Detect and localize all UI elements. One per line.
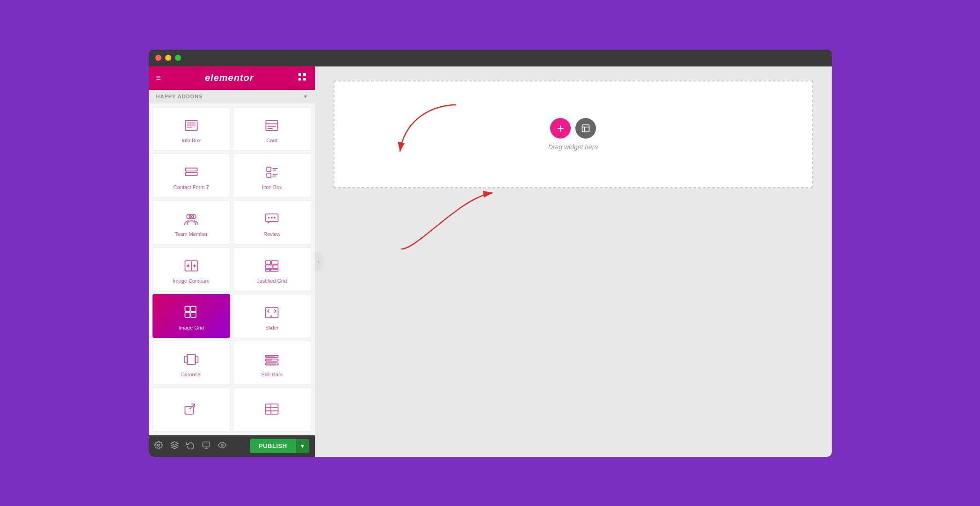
svg-rect-3 — [303, 78, 306, 81]
widget-label-team-member: Team Member — [175, 231, 208, 237]
publish-button[interactable]: PUBLISH — [250, 439, 296, 453]
svg-rect-38 — [191, 306, 196, 311]
svg-rect-40 — [191, 312, 196, 317]
svg-rect-37 — [185, 306, 190, 311]
publish-button-group: PUBLISH ▼ — [250, 439, 309, 453]
widget-contact-form[interactable]: Contact Form 7 — [152, 154, 231, 198]
svg-rect-35 — [266, 269, 270, 271]
layers-icon[interactable] — [170, 441, 179, 451]
happy-addons-chevron[interactable]: ▾ — [304, 94, 307, 100]
close-dot[interactable] — [155, 55, 161, 61]
svg-point-58 — [157, 444, 160, 446]
widget-label-info-box: Info Box — [182, 138, 201, 143]
widget-skill-bars[interactable]: Skill Bars — [233, 341, 311, 385]
svg-rect-17 — [267, 173, 271, 177]
widget-carousel[interactable]: Carousel — [152, 341, 231, 385]
widget-14[interactable] — [233, 388, 311, 432]
maximize-dot[interactable] — [175, 55, 181, 61]
svg-rect-1 — [303, 73, 306, 76]
widget-slider[interactable]: Slider — [233, 294, 311, 338]
widget-label-image-compare: Image Compare — [173, 278, 210, 284]
widget-label-slider: Slider — [265, 325, 278, 330]
widget-13[interactable] — [152, 388, 231, 432]
widget-label-image-grid: Image Grid — [179, 325, 204, 330]
svg-rect-54 — [266, 404, 278, 414]
svg-point-26 — [274, 217, 276, 219]
widget-label-card: Card — [266, 138, 277, 143]
svg-rect-8 — [266, 121, 278, 131]
svg-rect-64 — [582, 125, 589, 132]
svg-rect-2 — [298, 78, 301, 81]
settings-icon[interactable] — [154, 441, 163, 451]
widget-justified-grid[interactable]: Justified Grid — [233, 247, 311, 291]
widget-image-grid[interactable]: Image Grid — [152, 294, 231, 338]
widget-label-review: Review — [263, 231, 280, 237]
widget-icon-box[interactable]: Icon Box — [233, 154, 311, 198]
apps-grid-icon[interactable] — [298, 72, 307, 84]
widgets-grid: Info Box Card — [149, 103, 315, 435]
svg-rect-36 — [271, 269, 278, 271]
widget-team-member[interactable]: Team Member — [152, 200, 231, 244]
sidebar-header: ≡ elementor — [149, 66, 315, 90]
svg-rect-48 — [266, 355, 275, 358]
drag-arrow-indicator — [386, 100, 479, 161]
template-icon — [581, 124, 590, 133]
add-buttons: + — [550, 118, 596, 139]
elementor-logo: elementor — [205, 73, 254, 83]
hamburger-icon[interactable]: ≡ — [156, 73, 161, 83]
svg-rect-60 — [203, 442, 210, 447]
sidebar-footer: PUBLISH ▼ — [149, 435, 315, 457]
window-body: ≡ elementor HAPPY ADDONS ▾ — [149, 66, 832, 457]
svg-point-63 — [221, 444, 223, 446]
svg-rect-50 — [266, 359, 272, 361]
svg-rect-14 — [267, 167, 271, 171]
footer-icons — [154, 441, 226, 451]
widget-label-justified-grid: Justified Grid — [257, 278, 287, 284]
happy-addons-bar: HAPPY ADDONS ▾ — [149, 90, 315, 103]
svg-rect-52 — [266, 363, 276, 365]
sidebar: ≡ elementor HAPPY ADDONS ▾ — [149, 66, 315, 457]
svg-point-24 — [268, 217, 270, 219]
plus-icon: + — [557, 122, 564, 134]
widget-info-box[interactable]: Info Box — [152, 107, 231, 151]
happy-addons-label: HAPPY ADDONS — [156, 94, 203, 99]
svg-rect-44 — [187, 354, 196, 365]
svg-rect-13 — [185, 173, 197, 176]
main-canvas: + Drag widget here — [315, 66, 832, 457]
collapse-sidebar-tab[interactable]: ‹ — [315, 252, 322, 271]
responsive-icon[interactable] — [202, 441, 211, 451]
svg-rect-32 — [271, 261, 278, 264]
widget-review[interactable]: Review — [233, 200, 311, 244]
svg-rect-39 — [185, 312, 190, 317]
widget-card[interactable]: Card — [233, 107, 311, 151]
widget-label-skill-bars: Skill Bars — [261, 372, 283, 377]
drag-text: Drag widget here — [548, 143, 598, 151]
svg-rect-34 — [273, 265, 278, 268]
svg-rect-12 — [185, 168, 197, 171]
svg-rect-53 — [185, 406, 193, 414]
drag-zone: + Drag widget here — [548, 118, 598, 151]
widget-label-icon-box: Icon Box — [262, 184, 282, 190]
widget-image-compare[interactable]: Image Compare — [152, 247, 231, 291]
add-section-button[interactable]: + — [550, 118, 571, 139]
canvas-drop-zone[interactable]: + Drag widget here — [334, 81, 813, 188]
svg-rect-0 — [298, 73, 301, 76]
svg-rect-33 — [266, 265, 272, 268]
svg-rect-31 — [266, 261, 271, 264]
history-icon[interactable] — [186, 441, 195, 451]
titlebar — [149, 50, 832, 66]
add-template-button[interactable] — [575, 118, 596, 139]
publish-dropdown-button[interactable]: ▼ — [296, 439, 309, 453]
widget-label-contact-form: Contact Form 7 — [174, 184, 209, 190]
widget-label-carousel: Carousel — [181, 372, 202, 377]
editor-window: ≡ elementor HAPPY ADDONS ▾ — [149, 50, 832, 457]
svg-point-25 — [271, 217, 273, 219]
minimize-dot[interactable] — [165, 55, 171, 61]
svg-marker-59 — [171, 441, 178, 445]
eye-icon[interactable] — [218, 441, 226, 451]
